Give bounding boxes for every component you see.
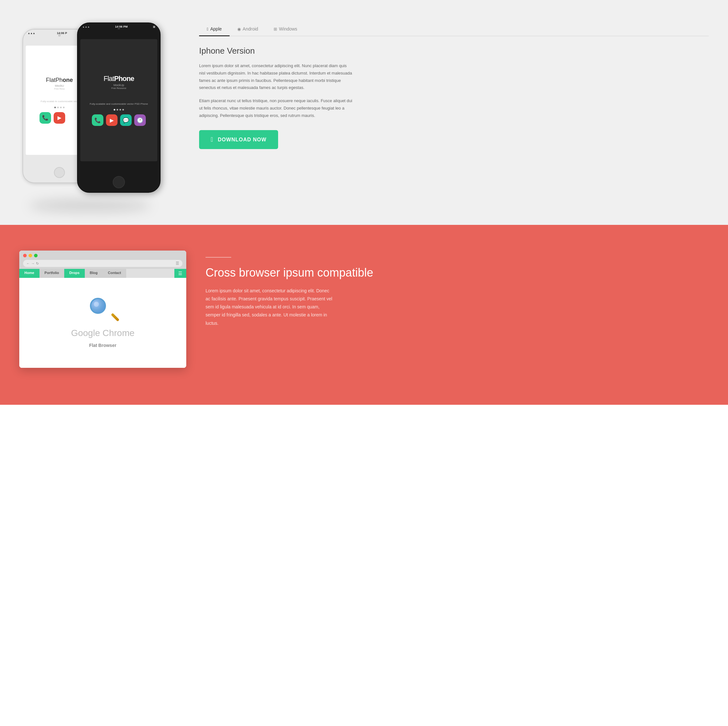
section-phones: ▲▲▲ 14:06 P ▣ FlatPhone MockU Free Reso (0, 0, 728, 225)
browser-nav-tabs: Home Portfolio Drops Blog Contact ☰ (19, 269, 186, 278)
bdot-2 (116, 109, 118, 110)
phone-white-icons: 📞 ▶ (40, 112, 80, 124)
download-button[interactable]:  DOWNLOAD NOW (199, 130, 278, 149)
paragraph-2: Etiam placerat nunc ut tellus tristique,… (199, 97, 353, 119)
browser-menu-icon[interactable]: ☰ (176, 261, 179, 266)
icon-msg-black: 💬 (120, 114, 132, 126)
back-icon[interactable]: ← (26, 262, 30, 266)
windows-tab-icon: ⊞ (274, 27, 277, 32)
browser-chrome-bar: ← → ↻ ☰ (19, 251, 186, 269)
signal-white: ▲▲▲ (28, 32, 35, 35)
browser-content: Google Chrome Flat Browser (19, 278, 186, 368)
browser-max-dot[interactable] (34, 254, 38, 257)
phone-camera-white (58, 34, 61, 37)
dot-2 (57, 107, 59, 108)
phone-white-free: Free Reso (46, 88, 73, 90)
tab-windows-label: Windows (279, 26, 297, 32)
bdot-4 (122, 109, 124, 110)
version-title: Iphone Version (199, 46, 709, 56)
phone-icon-phone: 📞 (40, 112, 51, 124)
icon-phone-black: 📞 (92, 114, 103, 126)
phone-black-brand: FlatPhone (104, 75, 134, 83)
browser-tab-drops[interactable]: Drops (64, 269, 85, 278)
browser-tab-contact[interactable]: Contact (103, 269, 126, 278)
browser-window-controls (23, 254, 182, 257)
paragraph-1: Lorem ipsum dolor sit amet, consectetur … (199, 62, 353, 92)
browser-close-dot[interactable] (23, 254, 27, 257)
phone-mockups-area: ▲▲▲ 14:06 P ▣ FlatPhone MockU Free Reso (13, 19, 180, 205)
dot-4 (63, 107, 64, 108)
phone-black: ▲▲▲ 14:06 PM ▣ FlatPhone MockUp Free Res… (77, 23, 161, 193)
right-content:  Apple ◉ Android ⊞ Windows Iphone Versi… (199, 19, 709, 149)
browser-min-dot[interactable] (29, 254, 32, 257)
tab-apple[interactable]:  Apple (199, 23, 229, 36)
signal-black: ▲▲▲ (82, 25, 90, 28)
time-black: 14:06 PM (115, 25, 127, 28)
forward-icon[interactable]: → (31, 262, 35, 266)
refresh-icon[interactable]: ↻ (36, 262, 39, 266)
dot-1 (54, 107, 56, 108)
phone-black-free: Free Resource (104, 87, 134, 89)
cross-browser-title: Cross browser ipsum compatible (205, 265, 709, 280)
phone-white-brand: FlatPhone (46, 77, 73, 84)
platform-tabs:  Apple ◉ Android ⊞ Windows (199, 23, 709, 36)
phone-black-screen: FlatPhone MockUp Free Resource Fully-sca… (80, 39, 158, 161)
apple-tab-icon:  (207, 27, 208, 32)
icon-clock-black: 🕐 (134, 114, 146, 126)
dot-3 (60, 107, 62, 108)
browser-tab-home[interactable]: Home (19, 269, 40, 278)
phone-black-subtitle: MockUp (104, 84, 134, 87)
phone-camera-black (118, 27, 120, 29)
phone-black-desc: Fully-scalable and customizable vector P… (86, 102, 151, 106)
browser-nav-icons: ← → ↻ (26, 262, 39, 266)
magnifier-handle (111, 313, 119, 322)
icon-play-black: ▶ (106, 114, 118, 126)
phone-black-dots (114, 109, 124, 110)
magnifier-circle (90, 298, 106, 314)
phone-white-desc: Fully-scalab le customizable vect (38, 100, 81, 103)
tab-apple-label: Apple (210, 26, 222, 32)
android-tab-icon: ◉ (237, 27, 241, 32)
cross-browser-text: Lorem ipsum dolor sit amet, consectetur … (205, 287, 334, 327)
phone-white-dots (54, 107, 64, 108)
bdot-3 (119, 109, 121, 110)
battery-black: ▣ (153, 25, 155, 28)
download-btn-label: DOWNLOAD NOW (218, 137, 266, 142)
bdot-1 (114, 109, 115, 110)
browser-app-title: Google Chrome (71, 328, 135, 338)
section-browser: ← → ↻ ☰ Home Portfolio Drops Blog Contac… (0, 225, 728, 405)
tab-android[interactable]: ◉ Android (229, 23, 266, 36)
tab-windows[interactable]: ⊞ Windows (266, 23, 305, 36)
browser-tab-portfolio[interactable]: Portfolio (40, 269, 64, 278)
browser-mockup: ← → ↻ ☰ Home Portfolio Drops Blog Contac… (19, 251, 186, 368)
phone-black-icons: 📞 ▶ 💬 🕐 (92, 114, 146, 126)
phone-icon-play: ▶ (54, 112, 65, 124)
divider-line (205, 257, 231, 257)
browser-address-bar[interactable]: ← → ↻ ☰ (23, 260, 182, 267)
phone-black-home-btn[interactable] (113, 176, 125, 188)
tab-android-label: Android (243, 26, 258, 32)
cross-browser-content: Cross browser ipsum compatible Lorem ips… (205, 251, 709, 327)
phone-white-subtitle: MockU (46, 84, 73, 87)
browser-tab-blog[interactable]: Blog (85, 269, 103, 278)
browser-hamburger-icon[interactable]: ☰ (174, 269, 186, 278)
download-apple-icon:  (211, 136, 213, 143)
phone-white-home-btn[interactable] (54, 167, 65, 178)
magnifier-icon (90, 298, 116, 323)
browser-app-subtitle: Flat Browser (89, 343, 116, 348)
